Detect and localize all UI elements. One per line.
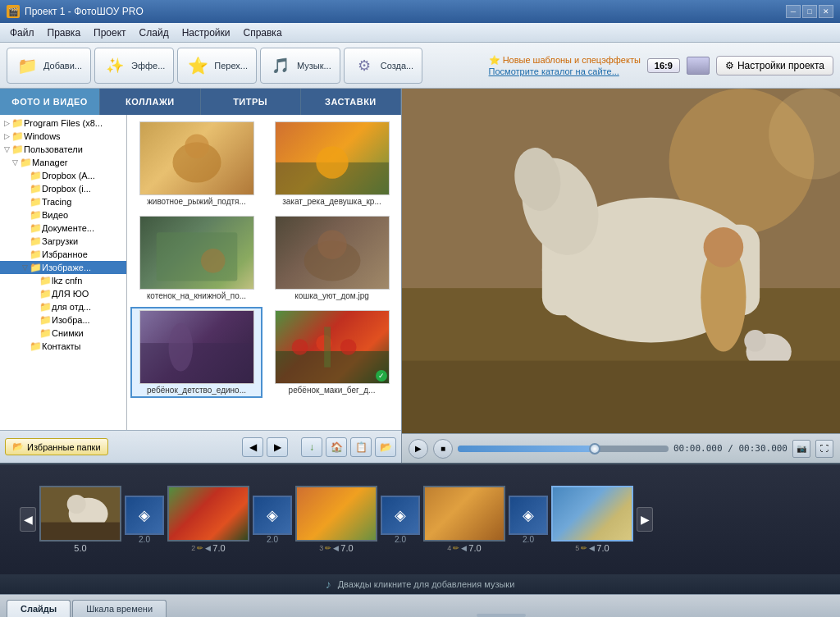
tree-item[interactable]: 📁 ДЛЯ ЮО xyxy=(0,287,126,300)
progress-thumb[interactable] xyxy=(589,443,600,455)
file-item[interactable]: животное_рыжий_подтя... xyxy=(130,118,262,209)
svg-rect-8 xyxy=(140,343,253,383)
tree-item[interactable]: 📁 Dropbox (A... xyxy=(0,169,126,182)
slide-item[interactable]: 2 ✏ ◀ 7.0 xyxy=(167,486,249,553)
svg-rect-4 xyxy=(156,232,237,281)
slide-item-active[interactable]: 5 ✏ ◀ 7.0 xyxy=(551,486,633,553)
folder-icon: 📁 xyxy=(39,327,52,339)
favorites-button[interactable]: 📂 Избранные папки xyxy=(5,438,108,455)
file-tree[interactable]: ▷ 📁 Program Files (x8... ▷ 📁 Windows ▽ 📁… xyxy=(0,115,127,430)
tab-collages[interactable]: КОЛЛАЖИ xyxy=(100,89,200,115)
expand-icon: ▷ xyxy=(2,119,11,127)
add-button[interactable]: 📁 Добави... xyxy=(7,48,91,84)
menu-settings[interactable]: Настройки xyxy=(176,25,237,40)
tab-photos[interactable]: ФОТО И ВИДЕО xyxy=(0,89,100,115)
file-item[interactable]: закат_река_девушка_кр... xyxy=(266,118,398,209)
create-button[interactable]: ⚙ Созда... xyxy=(344,48,422,84)
transition-item[interactable]: ◈ 2.0 xyxy=(381,496,420,544)
tree-item[interactable]: 📁 Снимки xyxy=(0,327,126,340)
effects-button[interactable]: ✨ Эффе... xyxy=(94,48,174,84)
move-down-button[interactable]: ↓ xyxy=(301,437,322,457)
project-settings-button[interactable]: ⚙ Настройки проекта xyxy=(716,56,833,75)
timeline-scroll-right[interactable]: ▶ xyxy=(637,507,653,532)
tree-item[interactable]: ▷ 📁 Program Files (x8... xyxy=(0,117,126,130)
tree-item[interactable]: 📁 Видео xyxy=(0,208,126,222)
music-prompt[interactable]: Дважды кликните для добавления музыки xyxy=(338,579,515,589)
transition-item[interactable]: ◈ 2.0 xyxy=(125,496,164,544)
folder-icon: 📁 xyxy=(11,117,24,129)
tree-item[interactable]: 📁 Загрузки xyxy=(0,235,126,248)
menu-edit[interactable]: Правка xyxy=(41,25,88,40)
menu-file[interactable]: Файл xyxy=(3,25,41,40)
progress-bar[interactable] xyxy=(458,446,669,452)
promo-link2[interactable]: Посмотрите каталог на сайте... xyxy=(489,66,641,76)
slide-thumbnail xyxy=(39,486,121,542)
slide-duration: 5.0 xyxy=(74,543,86,553)
transition-item[interactable]: ◈ 2.0 xyxy=(509,496,548,544)
transitions-button[interactable]: ⭐ Перех... xyxy=(177,48,257,84)
file-item-selected[interactable]: ребёнок_детство_едино... xyxy=(130,307,262,398)
tree-item[interactable]: 📁 Dropbox (i... xyxy=(0,182,126,195)
tree-item[interactable]: 📁 Избранное xyxy=(0,248,126,261)
gear-icon: ⚙ xyxy=(725,60,734,71)
transition-duration: 2.0 xyxy=(523,535,534,544)
menu-project[interactable]: Проект xyxy=(87,25,133,40)
tree-item[interactable]: ▽ 📁 Пользователи xyxy=(0,143,126,156)
nav-back-button[interactable]: ◀ xyxy=(242,437,263,457)
minimize-button[interactable]: ─ xyxy=(786,5,801,18)
file-grid[interactable]: животное_рыжий_подтя... закат_река_девуш… xyxy=(127,115,401,430)
ratio-icon xyxy=(687,57,710,75)
slide-thumbnail xyxy=(423,486,505,542)
preview-area xyxy=(402,89,840,433)
menu-slide[interactable]: Слайд xyxy=(133,25,176,40)
transition-item[interactable]: ◈ 2.0 xyxy=(253,496,292,544)
tree-item-tracing[interactable]: 📁 Tracing xyxy=(0,195,126,208)
left-body: ▷ 📁 Program Files (x8... ▷ 📁 Windows ▽ 📁… xyxy=(0,115,401,430)
folder-icon: 📁 xyxy=(20,157,32,168)
tab-screensavers[interactable]: ЗАСТАВКИ xyxy=(301,89,401,115)
tree-item[interactable]: ▷ 📁 Windows xyxy=(0,130,126,143)
toolbar-right: ⭐ Новые шаблоны и спецэффекты Посмотрите… xyxy=(489,55,833,76)
music-icon: 🎵 xyxy=(269,54,292,77)
timeline-scroll-left[interactable]: ◀ xyxy=(20,507,36,532)
close-button[interactable]: ✕ xyxy=(819,5,833,18)
create-label: Созда... xyxy=(381,61,413,71)
slide-thumbnail xyxy=(295,486,377,542)
promo-link1[interactable]: ⭐ Новые шаблоны и спецэффекты xyxy=(489,55,641,66)
folder-icon: 📁 xyxy=(30,183,42,194)
folder-icon: 📁 xyxy=(30,340,42,352)
music-button[interactable]: 🎵 Музык... xyxy=(260,48,340,84)
tree-item-images[interactable]: ▽ 📁 Изображе... xyxy=(0,261,126,274)
slide-item[interactable]: 4 ✏ ◀ 7.0 xyxy=(423,486,505,553)
stop-button[interactable]: ■ xyxy=(433,439,453,459)
svg-point-31 xyxy=(67,495,86,514)
music-bar[interactable]: ♪ Дважды кликните для добавления музыки xyxy=(0,574,840,594)
tree-item[interactable]: 📁 Контакты xyxy=(0,340,126,353)
tree-item[interactable]: 📁 Изобра... xyxy=(0,313,126,327)
action-btn1[interactable]: 📋 xyxy=(350,437,372,457)
timeline: ◀ 5.0 ◈ 2.0 xyxy=(0,463,840,594)
menu-help[interactable]: Справка xyxy=(236,25,288,40)
maximize-button[interactable]: □ xyxy=(802,5,817,18)
slide-item[interactable]: 3 ✏ ◀ 7.0 xyxy=(295,486,377,553)
snapshot-button[interactable]: 📷 xyxy=(792,440,810,458)
play-button[interactable]: ▶ xyxy=(409,439,428,459)
tab-slides[interactable]: Слайды xyxy=(7,600,71,617)
file-item[interactable]: котенок_на_книжной_по... xyxy=(130,213,262,304)
fullscreen-button[interactable]: ⛶ xyxy=(815,440,833,458)
folder-icon: 📁 xyxy=(30,249,42,260)
tab-titles[interactable]: ТИТРЫ xyxy=(201,89,301,115)
file-item[interactable]: кошка_уют_дом.jpg xyxy=(266,213,398,304)
tab-timeline[interactable]: Шкала времени xyxy=(72,600,167,617)
aspect-ratio-button[interactable]: 16:9 xyxy=(647,58,680,73)
tree-item[interactable]: ▽ 📁 Manager xyxy=(0,156,126,169)
tree-item[interactable]: 📁 lkz cnfn xyxy=(0,274,126,287)
transition-thumbnail: ◈ xyxy=(381,496,420,535)
action-btn2[interactable]: 📂 xyxy=(375,437,396,457)
slide-item[interactable]: 5.0 xyxy=(39,486,121,553)
move-home-button[interactable]: 🏠 xyxy=(326,437,347,457)
file-item[interactable]: ✓ ребёнок_маки_бег_д... xyxy=(266,307,398,398)
nav-forward-button[interactable]: ▶ xyxy=(267,437,288,457)
tree-item[interactable]: 📁 для отд... xyxy=(0,300,126,313)
tree-item[interactable]: 📁 Документе... xyxy=(0,222,126,235)
